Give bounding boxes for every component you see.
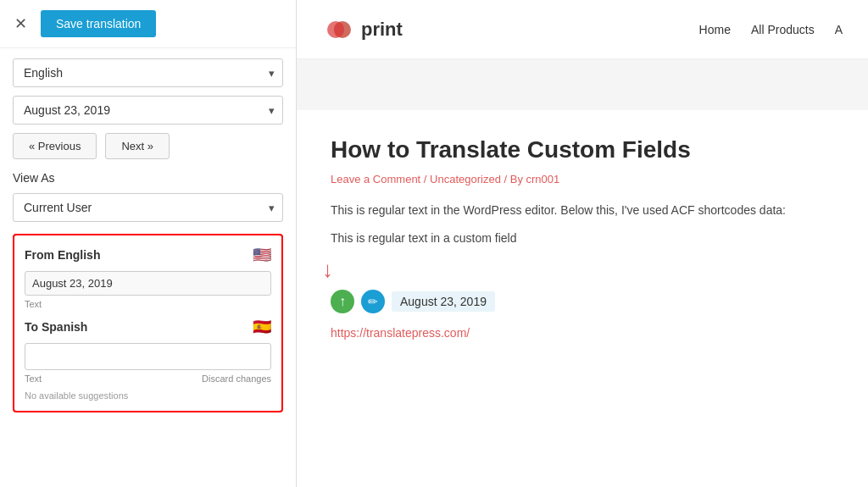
post-link[interactable]: https://translatepress.com/ (331, 326, 470, 340)
highlighted-row: ↑ ✏ August 23, 2019 (331, 290, 843, 313)
top-bar: ✕ Save translation (0, 0, 296, 48)
edit-pencil-icon[interactable]: ✏ (361, 290, 385, 313)
nav-home[interactable]: Home (699, 23, 731, 36)
from-lang-header: From English 🇺🇸 (25, 246, 271, 264)
from-lang-title: From English (25, 248, 100, 262)
date-select[interactable]: August 23, 2019 August 22, 2019 (13, 96, 283, 125)
view-as-label: View As (13, 171, 283, 185)
nav-buttons: « Previous Next » (13, 133, 283, 159)
translation-box: From English 🇺🇸 Text To Spanish 🇪🇸 Text … (13, 234, 283, 412)
source-field-input[interactable] (25, 271, 271, 296)
nav-extra[interactable]: A (835, 23, 843, 36)
site-nav: Home All Products A (699, 23, 843, 36)
post-title: How to Translate Custom Fields (331, 136, 843, 164)
panel-content: English Spanish French August 23, 2019 A… (0, 48, 296, 423)
left-panel: ✕ Save translation English Spanish Frenc… (0, 0, 297, 487)
next-button[interactable]: Next » (105, 133, 170, 159)
logo-icon (322, 13, 356, 47)
to-lang-title: To Spanish (25, 320, 87, 334)
logo-area: print (322, 13, 403, 47)
logo-text: print (361, 19, 403, 41)
to-flag-icon: 🇪🇸 (253, 318, 271, 336)
to-lang-header: To Spanish 🇪🇸 (25, 318, 271, 336)
red-arrow-icon: ↓ (322, 257, 843, 283)
target-field-input[interactable] (25, 343, 271, 370)
save-translation-button[interactable]: Save translation (41, 10, 156, 37)
right-panel: print Home All Products A How to Transla… (297, 0, 868, 487)
from-flag-icon: 🇺🇸 (253, 246, 271, 264)
arrow-up-icon: ↑ (331, 290, 354, 313)
language-select-wrapper: English Spanish French (13, 58, 283, 87)
target-footer: Text Discard changes (25, 374, 271, 384)
language-select[interactable]: English Spanish French (13, 58, 283, 87)
custom-field-text: This is regular text in a custom field (331, 231, 843, 245)
post-meta: Leave a Comment / Uncategorized / By crn… (331, 173, 843, 185)
highlighted-date-text: August 23, 2019 (392, 291, 495, 312)
post-content: How to Translate Custom Fields Leave a C… (297, 110, 868, 366)
discard-changes-link[interactable]: Discard changes (202, 374, 271, 384)
hero-banner (297, 59, 868, 110)
target-field-label: Text (25, 374, 42, 384)
previous-button[interactable]: « Previous (13, 133, 97, 159)
no-suggestions-text: No available suggestions (25, 390, 271, 401)
site-header: print Home All Products A (297, 0, 868, 59)
source-field-label: Text (25, 299, 271, 309)
post-body-text: This is regular text in the WordPress ed… (331, 201, 843, 219)
close-button[interactable]: ✕ (8, 12, 32, 36)
date-select-wrapper: August 23, 2019 August 22, 2019 (13, 96, 283, 125)
view-as-select[interactable]: Current User Guest Administrator (13, 193, 283, 222)
svg-point-2 (334, 22, 344, 37)
view-as-select-wrapper: Current User Guest Administrator (13, 193, 283, 222)
nav-all-products[interactable]: All Products (751, 23, 815, 36)
